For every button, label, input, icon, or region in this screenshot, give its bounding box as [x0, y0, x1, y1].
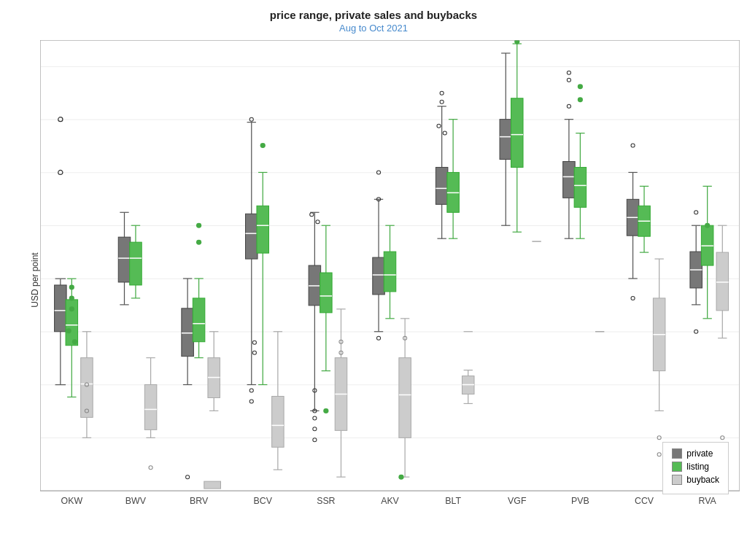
svg-point-32 — [69, 306, 74, 311]
x-label-bcv: BCV — [254, 496, 273, 506]
svg-point-188 — [578, 97, 583, 102]
svg-point-31 — [69, 295, 74, 300]
svg-rect-166 — [500, 120, 511, 160]
x-label-ssr: SSR — [317, 496, 336, 506]
svg-rect-90 — [257, 206, 268, 253]
legend-item-private: private — [672, 448, 719, 459]
x-label-ccv: CCV — [635, 496, 654, 506]
x-label-bwv: BWV — [125, 496, 147, 506]
svg-rect-171 — [511, 98, 523, 168]
svg-rect-178 — [563, 161, 575, 198]
svg-rect-61 — [182, 308, 193, 357]
svg-rect-80 — [246, 214, 258, 259]
legend-label-buyback: buyback — [686, 475, 719, 485]
chart-container: price range, private sales and buybacks … — [0, 0, 747, 560]
svg-rect-45 — [118, 237, 130, 282]
svg-rect-146 — [436, 167, 447, 204]
x-label-blt: BLT — [445, 496, 461, 506]
svg-point-115 — [323, 408, 328, 413]
legend-swatch-private — [672, 448, 682, 459]
svg-rect-50 — [130, 242, 142, 285]
x-label-akv: AKV — [381, 496, 400, 506]
svg-point-222 — [705, 223, 710, 228]
svg-rect-21 — [55, 285, 66, 332]
x-label-pvb: PVB — [571, 496, 589, 506]
svg-point-34 — [72, 339, 77, 344]
svg-rect-186 — [574, 167, 586, 207]
chart-subtitle: Aug to Oct 2021 — [0, 23, 747, 34]
x-label-rva: RVA — [699, 496, 717, 506]
svg-rect-226 — [716, 252, 728, 311]
svg-point-30 — [69, 284, 74, 289]
legend-swatch-listing — [672, 462, 682, 472]
chart-title: price range, private sales and buybacks — [0, 0, 747, 21]
svg-point-69 — [196, 223, 201, 228]
chart-area: 220 200 180 160 140 120 100 80 — [40, 40, 740, 513]
legend-item-buyback: buyback — [672, 475, 719, 485]
x-label-brv: BRV — [190, 496, 209, 506]
x-label-okw: OKW — [61, 496, 83, 506]
legend-label-listing: listing — [686, 462, 709, 472]
chart-svg: 220 200 180 160 140 120 100 80 — [40, 40, 740, 513]
svg-rect-38 — [81, 358, 93, 418]
legend-swatch-buyback — [672, 475, 682, 485]
svg-rect-113 — [320, 273, 332, 313]
svg-rect-28 — [66, 300, 77, 346]
svg-rect-139 — [399, 358, 411, 438]
legend-label-private: private — [686, 448, 713, 459]
svg-rect-76 — [204, 481, 221, 489]
svg-point-33 — [66, 328, 71, 333]
x-label-vgf: VGF — [508, 496, 526, 506]
svg-point-189 — [578, 84, 583, 89]
svg-point-142 — [398, 475, 403, 480]
legend-item-listing: listing — [672, 462, 719, 472]
svg-rect-55 — [144, 385, 156, 430]
svg-rect-126 — [373, 257, 384, 295]
legend: private listing buyback — [662, 442, 729, 494]
svg-rect-67 — [193, 298, 204, 342]
svg-rect-134 — [384, 252, 395, 292]
y-axis-label: USD per point — [30, 252, 40, 307]
svg-rect-96 — [272, 396, 284, 447]
svg-point-70 — [196, 240, 201, 245]
svg-point-92 — [260, 143, 266, 148]
